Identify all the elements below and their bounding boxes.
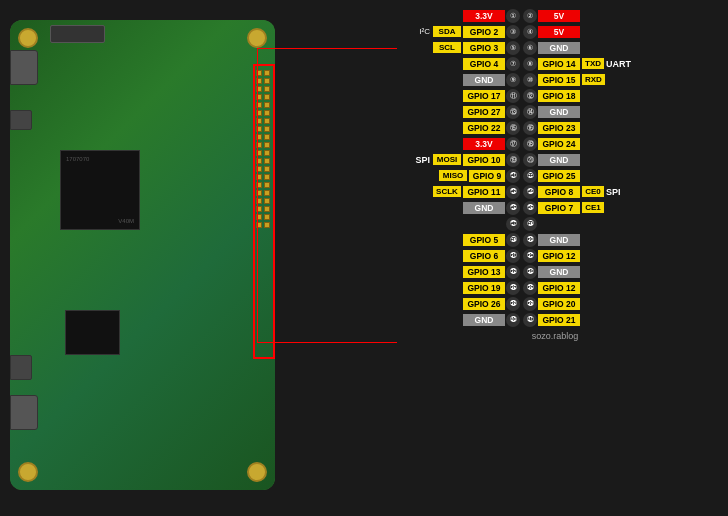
gpio26-label: GPIO 26 xyxy=(463,298,505,310)
gpio27-label: GPIO 27 xyxy=(463,106,505,118)
pin-num-38: ㊴ xyxy=(523,297,537,311)
pin-row-4: GPIO 4 ⑦ ⑧ GPIO 14 TXD UART xyxy=(390,56,720,71)
pin-num-8: ⑧ xyxy=(523,57,537,71)
gpio21-label: GPIO 21 xyxy=(538,314,580,326)
gpio8-label: GPIO 8 xyxy=(538,186,580,198)
i2c-label: I²C xyxy=(419,27,430,36)
pin34-label: GND xyxy=(538,266,580,278)
gpio11-label: GPIO 11 xyxy=(463,186,505,198)
pin-row-17: GPIO 13 ㉝ ㉞ GND xyxy=(390,264,720,279)
ce1-label: CE1 xyxy=(582,202,604,213)
pin-num-37: ㊳ xyxy=(506,297,520,311)
secondary-chip xyxy=(65,310,120,355)
pin-row-20: GND ㊵ ㊶ GPIO 21 xyxy=(390,312,720,327)
corner-tr xyxy=(247,28,267,48)
pin-num-3: ③ xyxy=(506,25,520,39)
gpio25-label: GPIO 25 xyxy=(538,170,580,182)
pin-num-29: ㉙ xyxy=(506,233,520,247)
gpio2-label: GPIO 2 xyxy=(463,26,505,38)
txd-label: TXD xyxy=(582,58,604,69)
pin-num-1: ① xyxy=(506,9,520,23)
gpio14-label: GPIO 14 xyxy=(538,58,580,70)
pin-row-13: GND ㉕ ㉖ GPIO 7 CE1 xyxy=(390,200,720,215)
pin30-label: GND xyxy=(538,234,580,246)
pin-row-11: SPI MISO GPIO 9 ㉑ ㉒ GPIO 25 xyxy=(390,168,720,183)
corner-tl xyxy=(18,28,38,48)
gpio24-label: GPIO 24 xyxy=(538,138,580,150)
pin-num-6: ⑥ xyxy=(523,41,537,55)
gpio10-label: GPIO 10 xyxy=(463,154,505,166)
pin-num-22: ㉒ xyxy=(523,169,537,183)
pin-num-32: ㉜ xyxy=(523,249,537,263)
ce0-label: CE0 xyxy=(582,186,604,197)
pin-row-18: GPIO 19 ㉟ ㊱ GPIO 12 xyxy=(390,280,720,295)
sd-card xyxy=(50,25,105,43)
pin-num-15: ⑮ xyxy=(506,121,520,135)
pin-row-14: ㉗ ㉘ xyxy=(390,216,720,231)
pin-row-15: GPIO 5 ㉙ ㉚ GND xyxy=(390,232,720,247)
pin-num-16: ⑯ xyxy=(523,121,537,135)
uart-label: UART xyxy=(606,59,631,69)
pin4-label: 5V xyxy=(538,26,580,38)
pin-num-25: ㉕ xyxy=(506,201,520,215)
sda-label: SDA xyxy=(433,26,461,37)
pin-num-7: ⑦ xyxy=(506,57,520,71)
corner-bl xyxy=(18,462,38,482)
main-container: 1707070 V40M .gpio-pin-pair { display:fl… xyxy=(0,0,728,516)
pin-num-10: ⑩ xyxy=(523,73,537,87)
pin14-label: GND xyxy=(538,106,580,118)
pin-row-3: I²C SCL GPIO 3 ⑤ ⑥ GND xyxy=(390,40,720,55)
rxd-label: RXD xyxy=(582,74,605,85)
hdmi-port xyxy=(10,50,38,85)
usb-port-2 xyxy=(10,395,38,430)
pin-num-17: ⑰ xyxy=(506,137,520,151)
connector-svg xyxy=(257,48,397,343)
gpio9-label: GPIO 9 xyxy=(469,170,505,182)
pin-num-36: ㊱ xyxy=(523,281,537,295)
scl-label: SCL xyxy=(433,42,461,53)
pin25-label: GND xyxy=(463,202,505,214)
pin-diagram: 3.3V ① ② 5V I²C SDA GPIO 2 ③ xyxy=(390,8,720,341)
pin-row-12: SPI SCLK GPIO 11 ㉓ ㉔ GPIO 8 CE0 SPI xyxy=(390,184,720,199)
pin-num-26: ㉖ xyxy=(523,201,537,215)
pin-num-31: ㉛ xyxy=(506,249,520,263)
pin-num-23: ㉓ xyxy=(506,185,520,199)
pin-num-4: ④ xyxy=(523,25,537,39)
pin-row-16: GPIO 6 ㉛ ㉜ GPIO 12 xyxy=(390,248,720,263)
pin-pairs-list: 3.3V ① ② 5V I²C SDA GPIO 2 ③ xyxy=(390,8,720,327)
pin-num-24: ㉔ xyxy=(523,185,537,199)
pin-row-10: SPI MOSI GPIO 10 ⑲ ⑳ GND xyxy=(390,152,720,167)
gpio18-label: GPIO 18 xyxy=(538,90,580,102)
gpio20-label: GPIO 20 xyxy=(538,298,580,310)
usb-port-1 xyxy=(10,110,32,130)
pin-num-33: ㉝ xyxy=(506,265,520,279)
pin-num-13: ⑬ xyxy=(506,105,520,119)
pin-num-19: ⑲ xyxy=(506,153,520,167)
gpio12-label: GPIO 12 xyxy=(538,250,580,262)
pin-num-20: ⑳ xyxy=(523,153,537,167)
pin-row-19: GPIO 26 ㊳ ㊴ GPIO 20 xyxy=(390,296,720,311)
pin-num-40: ㊶ xyxy=(523,313,537,327)
pin-num-21: ㉑ xyxy=(506,169,520,183)
gpio19-label: GPIO 19 xyxy=(463,282,505,294)
corner-br xyxy=(247,462,267,482)
pin-row-1: 3.3V ① ② 5V xyxy=(390,8,720,23)
pin-num-11: ⑪ xyxy=(506,89,520,103)
pin2-label: 5V xyxy=(538,10,580,22)
sclk-label: SCLK xyxy=(433,186,461,197)
pin9-label: GND xyxy=(463,74,505,86)
spi-left-label: SPI xyxy=(415,155,430,165)
mosi-label: MOSI xyxy=(433,154,461,165)
gpio4-label: GPIO 4 xyxy=(463,58,505,70)
pin-row-2: I²C SDA GPIO 2 ③ ④ 5V xyxy=(390,24,720,39)
pin-row-9: 3.3V ⑰ ⑱ GPIO 24 xyxy=(390,136,720,151)
gpio17-label: GPIO 17 xyxy=(463,90,505,102)
pin17-label: 3.3V xyxy=(463,138,505,150)
pin-num-18: ⑱ xyxy=(523,137,537,151)
gpio3-label: GPIO 3 xyxy=(463,42,505,54)
miso-label: MISO xyxy=(439,170,467,181)
pin-row-8: GPIO 22 ⑮ ⑯ GPIO 23 xyxy=(390,120,720,135)
gpio16-label: GPIO 12 xyxy=(538,282,580,294)
pin-num-5: ⑤ xyxy=(506,41,520,55)
gpio15-label: GPIO 15 xyxy=(538,74,580,86)
